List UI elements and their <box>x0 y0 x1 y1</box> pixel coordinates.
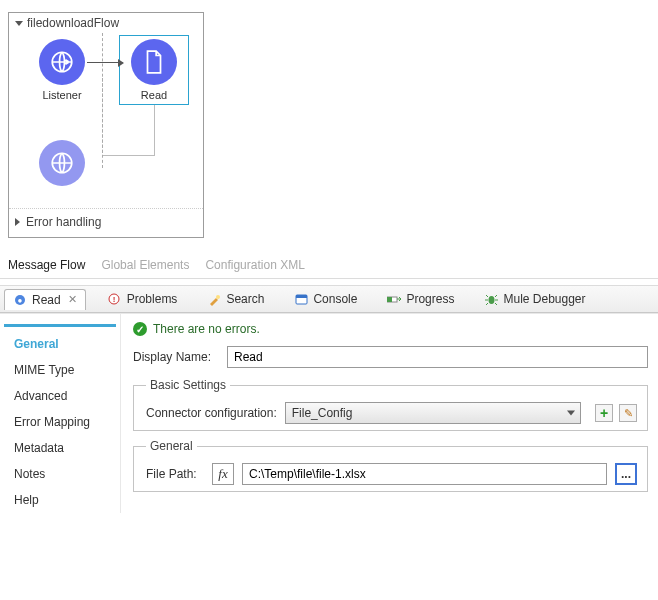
read-label: Read <box>119 89 189 101</box>
tab-problems[interactable]: ! Problems <box>100 289 186 309</box>
globe-icon <box>39 140 85 186</box>
browse-button[interactable]: ... <box>615 463 637 485</box>
read-node[interactable]: Read <box>119 39 189 101</box>
edit-config-button[interactable]: ✎ <box>619 404 637 422</box>
svg-text:●: ● <box>18 296 23 305</box>
basic-settings-group: Basic Settings Connector configuration: … <box>133 378 648 431</box>
tab-problems-label: Problems <box>127 292 178 306</box>
chevron-down-icon <box>567 411 575 416</box>
pencil-icon: ✎ <box>624 407 633 420</box>
expand-icon <box>15 218 20 226</box>
connector-config-row: Connector configuration: File_Config + ✎ <box>146 402 637 424</box>
property-sidebar: General MIME Type Advanced Error Mapping… <box>0 314 120 513</box>
read-tab-icon: ● <box>13 293 27 307</box>
flow-title-bar[interactable]: filedownloadFlow <box>9 13 203 33</box>
ellipsis-icon: ... <box>621 467 631 481</box>
sidebar-accent <box>4 324 116 327</box>
sidebar-item-general[interactable]: General <box>4 331 116 357</box>
sidebar-item-mime[interactable]: MIME Type <box>4 357 116 383</box>
console-icon <box>294 292 308 306</box>
tab-console[interactable]: Console <box>286 289 365 309</box>
connector-config-value: File_Config <box>292 406 353 420</box>
response-node[interactable] <box>27 140 97 186</box>
flow-container: filedownloadFlow Listener Read <box>8 12 204 238</box>
sidebar-item-notes[interactable]: Notes <box>4 461 116 487</box>
listener-label: Listener <box>27 89 97 101</box>
check-icon: ✓ <box>133 322 147 336</box>
sidebar-item-help[interactable]: Help <box>4 487 116 513</box>
svg-point-11 <box>488 296 494 304</box>
plus-icon: + <box>600 406 608 420</box>
bug-icon <box>484 292 498 306</box>
svg-text:!: ! <box>113 295 116 304</box>
tab-search-label: Search <box>226 292 264 306</box>
basic-settings-legend: Basic Settings <box>146 378 230 392</box>
file-path-input[interactable] <box>242 463 607 485</box>
sidebar-item-advanced[interactable]: Advanced <box>4 383 116 409</box>
editor-tabs: ● Read ✕ ! Problems Search Console Progr… <box>0 285 658 313</box>
error-handling-label: Error handling <box>26 215 101 229</box>
error-handling-section[interactable]: Error handling <box>9 208 203 237</box>
flow-body-2 <box>9 148 203 208</box>
general-group: General File Path: fx ... <box>133 439 648 492</box>
view-tabs: Message Flow Global Elements Configurati… <box>0 248 658 279</box>
file-icon <box>131 39 177 85</box>
sidebar-item-error-mapping[interactable]: Error Mapping <box>4 409 116 435</box>
close-icon[interactable]: ✕ <box>68 293 77 306</box>
fx-label: fx <box>218 466 227 482</box>
globe-icon <box>39 39 85 85</box>
general-legend: General <box>146 439 197 453</box>
editor-body: General MIME Type Advanced Error Mapping… <box>0 313 658 513</box>
svg-point-6 <box>216 295 220 299</box>
tab-search[interactable]: Search <box>199 289 272 309</box>
tab-progress[interactable]: Progress <box>379 289 462 309</box>
tab-global-elements[interactable]: Global Elements <box>101 258 189 272</box>
tab-progress-label: Progress <box>406 292 454 306</box>
connector-config-select[interactable]: File_Config <box>285 402 581 424</box>
flow-body: Listener Read <box>9 33 203 148</box>
tab-read[interactable]: ● Read ✕ <box>4 289 86 310</box>
add-config-button[interactable]: + <box>595 404 613 422</box>
tab-config-xml[interactable]: Configuration XML <box>205 258 304 272</box>
sidebar-item-metadata[interactable]: Metadata <box>4 435 116 461</box>
tab-console-label: Console <box>313 292 357 306</box>
property-main: ✓ There are no errors. Display Name: Bas… <box>120 314 658 513</box>
flashlight-icon <box>207 292 221 306</box>
flow-canvas: filedownloadFlow Listener Read <box>0 0 658 238</box>
tab-read-label: Read <box>32 293 61 307</box>
status-text: There are no errors. <box>153 322 260 336</box>
svg-rect-10 <box>387 297 392 302</box>
collapse-icon <box>15 21 23 26</box>
progress-icon <box>387 292 401 306</box>
tab-debugger[interactable]: Mule Debugger <box>476 289 593 309</box>
file-path-row: File Path: fx ... <box>146 463 637 485</box>
tab-debugger-label: Mule Debugger <box>503 292 585 306</box>
display-name-label: Display Name: <box>133 350 217 364</box>
separator-line <box>102 78 103 168</box>
fx-button[interactable]: fx <box>212 463 234 485</box>
tab-message-flow[interactable]: Message Flow <box>8 258 85 272</box>
warning-icon: ! <box>108 292 122 306</box>
flow-title: filedownloadFlow <box>27 16 119 30</box>
display-name-input[interactable] <box>227 346 648 368</box>
listener-node[interactable]: Listener <box>27 39 97 101</box>
connector-arrow <box>87 62 123 63</box>
svg-rect-8 <box>296 295 307 298</box>
connector-config-label: Connector configuration: <box>146 406 277 420</box>
display-name-row: Display Name: <box>133 346 648 368</box>
file-path-label: File Path: <box>146 467 204 481</box>
status-bar: ✓ There are no errors. <box>133 322 648 336</box>
